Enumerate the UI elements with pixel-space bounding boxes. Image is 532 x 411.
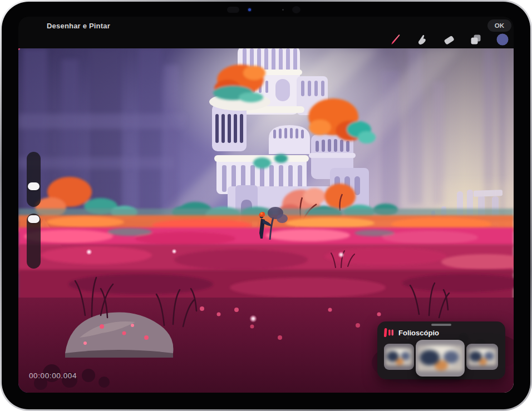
- eraser-icon: [442, 33, 456, 46]
- brush-size-slider[interactable]: [27, 152, 41, 207]
- flipbook-frame-3[interactable]: [466, 344, 498, 370]
- front-sensor: [227, 7, 239, 13]
- ipad-bezel: Desenhar e Pintar OK: [2, 2, 530, 409]
- frame-thumbnail: [468, 348, 496, 365]
- brush-size-thumb[interactable]: [28, 182, 40, 190]
- tool-row: [389, 32, 509, 47]
- paint-tool-button[interactable]: [389, 33, 402, 46]
- layers-icon: [469, 33, 482, 46]
- flipbook-panel[interactable]: Folioscópio: [377, 321, 505, 379]
- smudge-icon: [416, 33, 429, 46]
- opacity-slider[interactable]: [27, 214, 41, 269]
- front-camera-icon: [248, 8, 251, 11]
- frame-thumbnail: [386, 348, 412, 365]
- flipbook-title: Folioscópio: [398, 329, 439, 337]
- frame-thumbnail: [417, 345, 463, 371]
- timecode-label: 00:00:00.004: [29, 372, 77, 380]
- flipbook-frame-1[interactable]: [384, 344, 414, 370]
- flipbook-header: Folioscópio: [384, 328, 439, 338]
- layers-button[interactable]: [469, 33, 482, 46]
- top-toolbar: Desenhar e Pintar OK: [18, 17, 514, 48]
- page-title: Desenhar e Pintar: [47, 22, 110, 30]
- flipbook-frame-2-selected[interactable]: [416, 340, 465, 377]
- drawing-canvas[interactable]: 00:00:00.004: [18, 48, 514, 393]
- smudge-tool-button[interactable]: [416, 33, 429, 46]
- ambient-sensor: [282, 9, 284, 11]
- screen: Desenhar e Pintar OK: [18, 17, 514, 393]
- ipad-device: Desenhar e Pintar OK: [0, 0, 532, 411]
- paintbrush-icon: [389, 33, 402, 46]
- ok-button[interactable]: OK: [487, 19, 511, 32]
- flipbook-icon: [384, 328, 394, 338]
- opacity-thumb[interactable]: [28, 215, 40, 223]
- color-swatch-icon: [496, 33, 509, 46]
- color-button[interactable]: [496, 33, 509, 46]
- erase-tool-button[interactable]: [442, 33, 456, 46]
- camera-lens: [292, 6, 301, 13]
- drag-handle[interactable]: [431, 324, 451, 326]
